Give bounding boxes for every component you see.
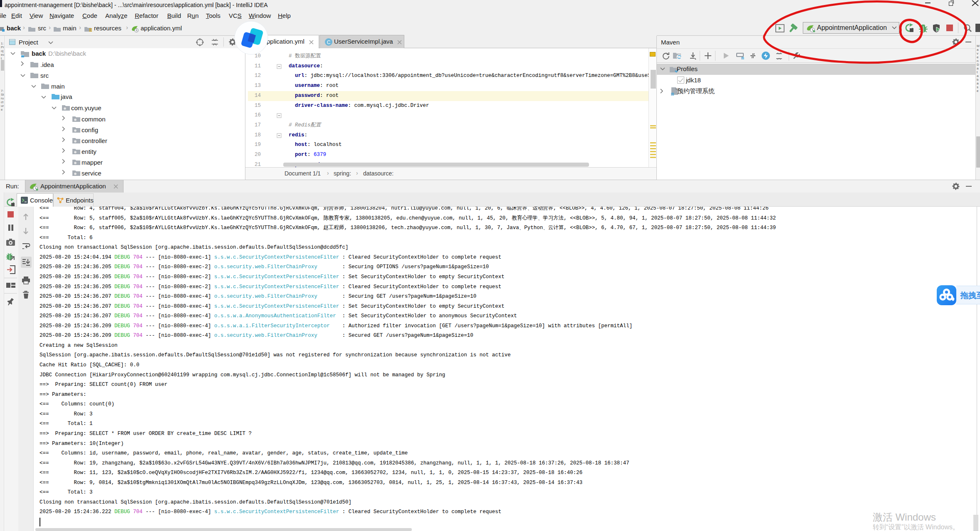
- svg-text:C: C: [327, 40, 331, 45]
- svg-text:m: m: [671, 91, 674, 96]
- svg-text:m: m: [741, 56, 744, 60]
